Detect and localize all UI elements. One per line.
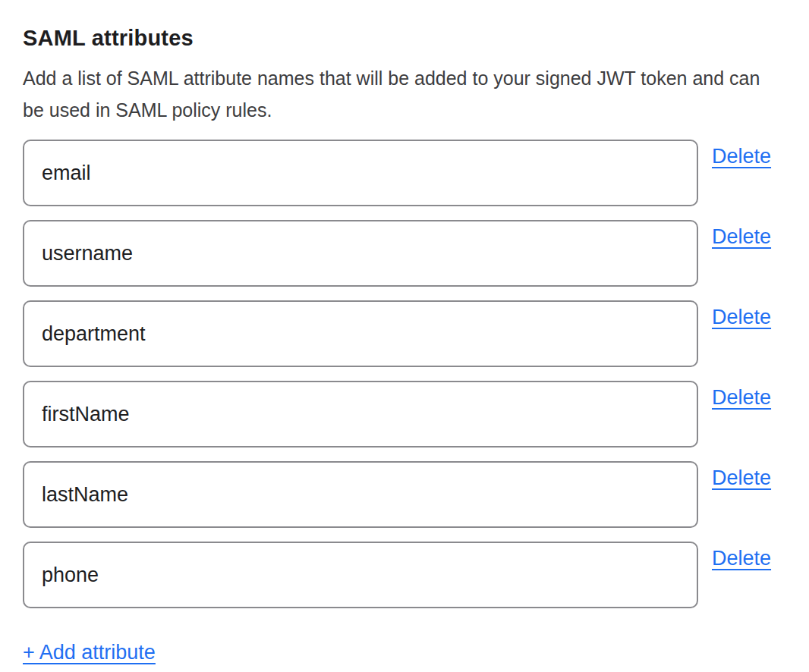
attribute-row: Delete xyxy=(23,381,786,447)
delete-attribute-link[interactable]: Delete xyxy=(712,467,771,490)
section-description: Add a list of SAML attribute names that … xyxy=(23,62,785,126)
delete-attribute-link[interactable]: Delete xyxy=(712,226,771,249)
attribute-name-input[interactable] xyxy=(23,220,698,287)
delete-attribute-link[interactable]: Delete xyxy=(712,387,771,410)
attribute-row: Delete xyxy=(23,461,786,528)
section-title: SAML attributes xyxy=(23,24,786,52)
attribute-row: Delete xyxy=(23,542,786,608)
delete-attribute-link[interactable]: Delete xyxy=(712,306,771,329)
attribute-name-input[interactable] xyxy=(23,140,698,206)
attribute-name-input[interactable] xyxy=(23,542,698,608)
attribute-list: Delete Delete Delete Delete Delete xyxy=(23,140,786,608)
attribute-name-input[interactable] xyxy=(23,300,698,367)
add-attribute-link[interactable]: + Add attribute xyxy=(23,642,156,664)
attribute-row: Delete xyxy=(23,140,786,206)
attribute-name-input[interactable] xyxy=(23,381,698,447)
delete-attribute-link[interactable]: Delete xyxy=(712,548,771,570)
delete-attribute-link[interactable]: Delete xyxy=(712,146,771,168)
attribute-row: Delete xyxy=(23,300,786,367)
attribute-row: Delete xyxy=(23,220,786,287)
attribute-name-input[interactable] xyxy=(23,461,698,528)
saml-attributes-section: SAML attributes Add a list of SAML attri… xyxy=(0,0,809,664)
